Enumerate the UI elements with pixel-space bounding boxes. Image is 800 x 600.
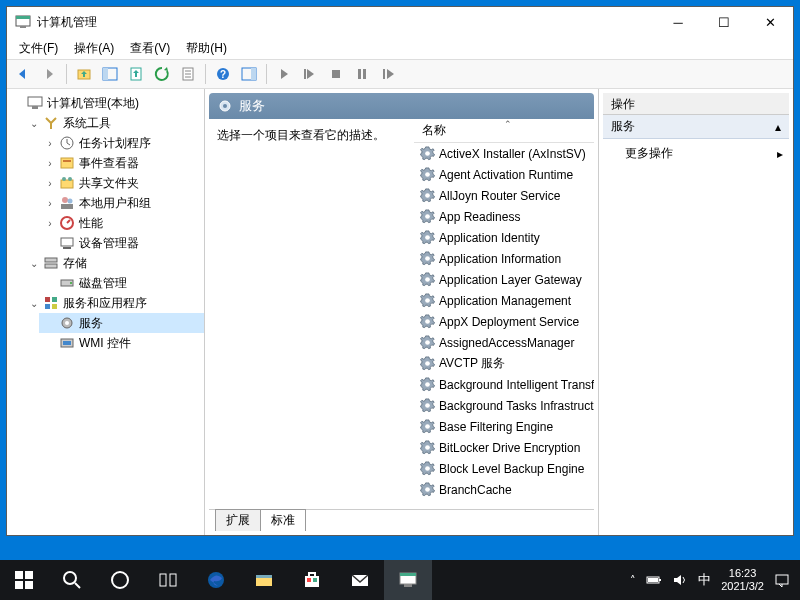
- svg-rect-39: [52, 297, 57, 302]
- collapse-icon[interactable]: ⌄: [27, 296, 41, 310]
- properties-button[interactable]: [176, 62, 200, 86]
- device-icon: [59, 235, 75, 251]
- collapse-icon[interactable]: ⌄: [27, 116, 41, 130]
- tools-icon: [43, 115, 59, 131]
- svg-rect-41: [52, 304, 57, 309]
- stop-service-button[interactable]: [324, 62, 348, 86]
- service-row[interactable]: Application Identity: [414, 227, 594, 248]
- menu-help[interactable]: 帮助(H): [180, 38, 233, 59]
- expand-icon[interactable]: ›: [43, 136, 57, 150]
- back-button[interactable]: [11, 62, 35, 86]
- export-button[interactable]: [124, 62, 148, 86]
- mail-icon[interactable]: [336, 560, 384, 600]
- tree-device-manager[interactable]: 设备管理器: [39, 233, 204, 253]
- compmgmt-task-icon[interactable]: [384, 560, 432, 600]
- service-row[interactable]: Agent Activation Runtime: [414, 164, 594, 185]
- svg-rect-35: [45, 264, 57, 268]
- battery-icon[interactable]: [646, 572, 662, 588]
- tree-root[interactable]: 计算机管理(本地): [7, 93, 204, 113]
- actions-more[interactable]: 更多操作 ▸: [603, 139, 789, 168]
- tree-local-users[interactable]: ›本地用户和组: [39, 193, 204, 213]
- start-button[interactable]: [0, 560, 48, 600]
- pause-service-button[interactable]: [350, 62, 374, 86]
- tree-services[interactable]: 服务: [39, 313, 204, 333]
- service-row[interactable]: Base Filtering Engine: [414, 416, 594, 437]
- ime-indicator[interactable]: 中: [698, 571, 711, 589]
- collapse-icon[interactable]: ⌄: [27, 256, 41, 270]
- taskview-button[interactable]: [144, 560, 192, 600]
- gear-icon: [59, 315, 75, 331]
- search-button[interactable]: [48, 560, 96, 600]
- pause-resume-button[interactable]: [298, 62, 322, 86]
- expand-icon[interactable]: ›: [43, 196, 57, 210]
- maximize-button[interactable]: ☐: [701, 7, 747, 37]
- service-name: AppX Deployment Service: [439, 315, 579, 329]
- service-row[interactable]: Application Management: [414, 290, 594, 311]
- tree-wmi[interactable]: WMI 控件: [39, 333, 204, 353]
- service-row[interactable]: AllJoyn Router Service: [414, 185, 594, 206]
- notifications-icon[interactable]: [774, 572, 790, 588]
- service-row[interactable]: App Readiness: [414, 206, 594, 227]
- service-row[interactable]: ActiveX Installer (AxInstSV): [414, 143, 594, 164]
- service-row[interactable]: Block Level Backup Engine: [414, 458, 594, 479]
- gear-icon: [420, 482, 435, 497]
- svg-rect-20: [28, 97, 42, 106]
- up-button[interactable]: [72, 62, 96, 86]
- service-row[interactable]: Application Layer Gateway: [414, 269, 594, 290]
- service-row[interactable]: BranchCache: [414, 479, 594, 500]
- restart-service-button[interactable]: [376, 62, 400, 86]
- forward-button[interactable]: [37, 62, 61, 86]
- tree-disk-mgmt[interactable]: 磁盘管理: [39, 273, 204, 293]
- tree-event-viewer[interactable]: ›事件查看器: [39, 153, 204, 173]
- column-header-name[interactable]: 名称 ⌃: [414, 119, 594, 143]
- service-row[interactable]: AppX Deployment Service: [414, 311, 594, 332]
- tree-label: 系统工具: [63, 115, 111, 132]
- tree-shared-folders[interactable]: ›共享文件夹: [39, 173, 204, 193]
- service-row[interactable]: AVCTP 服务: [414, 353, 594, 374]
- store-icon[interactable]: [288, 560, 336, 600]
- start-service-button[interactable]: [272, 62, 296, 86]
- tree-system-tools[interactable]: ⌄系统工具: [23, 113, 204, 133]
- system-tray[interactable]: ˄ 中 16:23 2021/3/2: [620, 560, 800, 600]
- expand-icon[interactable]: ›: [43, 156, 57, 170]
- explorer-icon[interactable]: [240, 560, 288, 600]
- tree-label: 任务计划程序: [79, 135, 151, 152]
- service-row[interactable]: BitLocker Drive Encryption: [414, 437, 594, 458]
- storage-icon: [43, 255, 59, 271]
- actions-section-services[interactable]: 服务 ▴: [603, 115, 789, 139]
- tab-extended[interactable]: 扩展: [215, 509, 261, 531]
- tree-services-apps[interactable]: ⌄服务和应用程序: [23, 293, 204, 313]
- expand-icon[interactable]: ›: [43, 216, 57, 230]
- minimize-button[interactable]: ─: [655, 7, 701, 37]
- menu-file[interactable]: 文件(F): [13, 38, 64, 59]
- service-row[interactable]: AssignedAccessManager: [414, 332, 594, 353]
- service-row[interactable]: Background Intelligent Transfer: [414, 374, 594, 395]
- service-name: Application Layer Gateway: [439, 273, 582, 287]
- tray-chevron-icon[interactable]: ˄: [630, 574, 636, 587]
- share-icon: [59, 175, 75, 191]
- nav-tree[interactable]: 计算机管理(本地) ⌄系统工具 ›任务计划程序 ›事件查看器 ›共享文件夹 ›本…: [7, 89, 205, 535]
- tab-standard[interactable]: 标准: [260, 509, 306, 531]
- service-row[interactable]: Background Tasks Infrastructure: [414, 395, 594, 416]
- tree-task-scheduler[interactable]: ›任务计划程序: [39, 133, 204, 153]
- action-pane-button[interactable]: [237, 62, 261, 86]
- expand-icon[interactable]: ›: [43, 176, 57, 190]
- svg-point-50: [425, 193, 430, 198]
- close-button[interactable]: ✕: [747, 7, 793, 37]
- service-row[interactable]: Application Information: [414, 248, 594, 269]
- show-hide-tree-button[interactable]: [98, 62, 122, 86]
- edge-icon[interactable]: [192, 560, 240, 600]
- services-scroll[interactable]: ActiveX Installer (AxInstSV)Agent Activa…: [414, 143, 594, 509]
- menu-view[interactable]: 查看(V): [124, 38, 176, 59]
- svg-point-59: [425, 382, 430, 387]
- volume-icon[interactable]: [672, 572, 688, 588]
- svg-rect-76: [256, 575, 272, 578]
- cortana-button[interactable]: [96, 560, 144, 600]
- help-button[interactable]: ?: [211, 62, 235, 86]
- tree-performance[interactable]: ›性能: [39, 213, 204, 233]
- tree-storage[interactable]: ⌄存储: [23, 253, 204, 273]
- svg-point-55: [425, 298, 430, 303]
- clock[interactable]: 16:23 2021/3/2: [721, 567, 764, 593]
- menu-action[interactable]: 操作(A): [68, 38, 120, 59]
- refresh-button[interactable]: [150, 62, 174, 86]
